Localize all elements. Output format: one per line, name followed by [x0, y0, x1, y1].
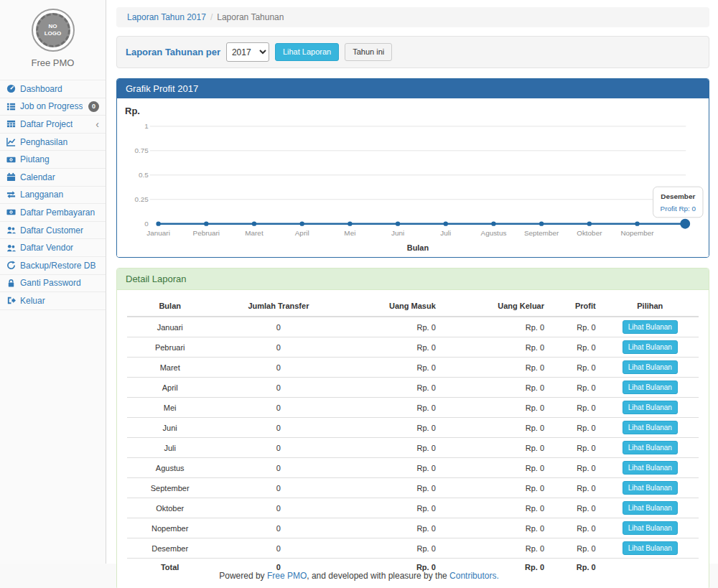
lihat-bulanan-button[interactable]: Lihat Bulanan [623, 441, 678, 454]
footer-text-mid: , and developed with pleasure by the [307, 571, 447, 581]
svg-text:Bulan: Bulan [407, 243, 429, 252]
svg-text:0.5: 0.5 [139, 171, 149, 179]
lihat-laporan-button[interactable]: Lihat Laporan [275, 43, 339, 61]
sidebar-item-label: Daftar Pembayaran [20, 207, 95, 218]
sidebar-item-daftar-customer[interactable]: Daftar Customer [0, 222, 106, 240]
dashboard-icon [6, 84, 16, 93]
sidebar-item-daftar-vendor[interactable]: Daftar Vendor [0, 239, 106, 257]
breadcrumb: Laporan Tahun 2017/Laporan Tahunan [116, 7, 709, 27]
lihat-bulanan-button[interactable]: Lihat Bulanan [623, 461, 678, 475]
svg-text:0: 0 [144, 220, 149, 228]
sidebar-item-keluar[interactable]: Keluar [0, 292, 106, 310]
sidebar-item-daftar-pembayaran[interactable]: Daftar Pembayaran [0, 204, 106, 222]
total-empty-cell [602, 559, 699, 576]
table-row: Mei0Rp. 0Rp. 0Rp. 0Lihat Bulanan [127, 398, 699, 418]
cell-uang-keluar: Rp. 0 [442, 538, 550, 559]
year-select[interactable]: 2017 [226, 42, 269, 62]
cell-uang-masuk: Rp. 0 [344, 337, 441, 358]
lihat-bulanan-button[interactable]: Lihat Bulanan [623, 381, 678, 394]
cell-profit: Rp. 0 [550, 378, 602, 398]
cell-jumlah-transfer: 0 [213, 538, 344, 559]
cell-profit: Rp. 0 [550, 358, 602, 378]
cell-uang-keluar: Rp. 0 [442, 478, 550, 498]
lihat-bulanan-button[interactable]: Lihat Bulanan [623, 401, 678, 414]
table-row: Juli0Rp. 0Rp. 0Rp. 0Lihat Bulanan [127, 438, 699, 458]
cell-uang-masuk: Rp. 0 [344, 518, 441, 538]
lihat-bulanan-button[interactable]: Lihat Bulanan [623, 541, 678, 555]
lihat-bulanan-button[interactable]: Lihat Bulanan [623, 340, 678, 354]
money-icon [6, 207, 16, 217]
svg-text:Juni: Juni [391, 229, 404, 237]
lihat-bulanan-button[interactable]: Lihat Bulanan [623, 360, 678, 374]
cell-bulan: Agustus [127, 458, 213, 478]
cell-bulan: Maret [127, 358, 213, 378]
sidebar-item-daftar-project[interactable]: Daftar Project ‹ [0, 116, 106, 134]
sidebar-item-label: Keluar [20, 296, 45, 306]
cell-pilihan: Lihat Bulanan [602, 378, 699, 398]
calendar-icon [6, 172, 16, 182]
job-count-badge: 0 [88, 101, 99, 112]
sidebar-item-label: Penghasilan [20, 137, 67, 147]
table-row: Maret0Rp. 0Rp. 0Rp. 0Lihat Bulanan [127, 358, 699, 378]
svg-text:Maret: Maret [245, 229, 264, 237]
sidebar-item-label: Calendar [20, 172, 55, 182]
cell-profit: Rp. 0 [550, 458, 602, 478]
line-chart-icon [6, 137, 16, 146]
sidebar-item-piutang[interactable]: Piutang [0, 151, 106, 169]
cell-uang-keluar: Rp. 0 [442, 458, 550, 478]
cell-pilihan: Lihat Bulanan [602, 458, 699, 478]
svg-text:Pebruari: Pebruari [193, 229, 220, 237]
column-header-pilihan: Pilihan [602, 296, 699, 317]
sidebar-nav: Dashboard Job on Progress 0 Daftar Proje… [0, 80, 106, 310]
report-table-head: Bulan Jumlah Transfer Uang Masuk Uang Ke… [127, 296, 699, 317]
profit-chart-panel: Grafik Profit 2017 Rp. 00.250.50.751Janu… [116, 78, 709, 258]
table-row: Desember0Rp. 0Rp. 0Rp. 0Lihat Bulanan [127, 538, 699, 559]
breadcrumb-separator: / [210, 12, 213, 22]
cell-uang-keluar: Rp. 0 [442, 317, 550, 337]
cell-jumlah-transfer: 0 [213, 438, 344, 458]
cell-profit: Rp. 0 [550, 438, 602, 458]
cell-profit: Rp. 0 [550, 478, 602, 498]
tahun-ini-button[interactable]: Tahun ini [345, 43, 392, 61]
cell-profit: Rp. 0 [550, 337, 602, 358]
cell-bulan: Juli [127, 438, 213, 458]
sidebar-item-penghasilan[interactable]: Penghasilan [0, 134, 106, 151]
column-header-profit: Profit [550, 296, 602, 317]
lihat-bulanan-button[interactable]: Lihat Bulanan [623, 501, 678, 515]
cell-pilihan: Lihat Bulanan [602, 418, 699, 438]
sidebar-item-dashboard[interactable]: Dashboard [0, 80, 106, 98]
sidebar-item-ganti-password[interactable]: Ganti Password [0, 275, 106, 293]
cell-uang-masuk: Rp. 0 [344, 478, 441, 498]
logo-seal: NO LOGO [32, 9, 75, 52]
cell-profit: Rp. 0 [550, 317, 602, 337]
sidebar-item-backup-restore-db[interactable]: Backup/Restore DB [0, 257, 106, 275]
lihat-bulanan-button[interactable]: Lihat Bulanan [623, 521, 678, 535]
cell-jumlah-transfer: 0 [213, 478, 344, 498]
lihat-bulanan-button[interactable]: Lihat Bulanan [623, 481, 678, 495]
svg-text:0.75: 0.75 [134, 146, 149, 154]
brand-name: Free PMO [0, 57, 106, 68]
lihat-bulanan-button[interactable]: Lihat Bulanan [623, 421, 678, 434]
cell-bulan: Oktober [127, 498, 213, 518]
cell-pilihan: Lihat Bulanan [602, 337, 699, 358]
cell-bulan: Nopember [127, 518, 213, 538]
cell-pilihan: Lihat Bulanan [602, 518, 699, 538]
svg-text:April: April [295, 229, 309, 237]
table-row: September0Rp. 0Rp. 0Rp. 0Lihat Bulanan [127, 478, 699, 498]
footer-link-contributors[interactable]: Contributors. [449, 571, 499, 581]
cell-uang-masuk: Rp. 0 [344, 398, 441, 418]
breadcrumb-current: Laporan Tahunan [217, 12, 284, 22]
sidebar-item-calendar[interactable]: Calendar [0, 169, 106, 187]
cell-pilihan: Lihat Bulanan [602, 317, 699, 337]
sidebar-item-langganan[interactable]: Langganan [0, 187, 106, 205]
cell-jumlah-transfer: 0 [213, 337, 344, 358]
cell-jumlah-transfer: 0 [213, 398, 344, 418]
cell-uang-keluar: Rp. 0 [442, 398, 550, 418]
cell-jumlah-transfer: 0 [213, 498, 344, 518]
breadcrumb-link-laporan-tahun[interactable]: Laporan Tahun 2017 [127, 12, 206, 22]
svg-text:0.25: 0.25 [134, 195, 149, 203]
lihat-bulanan-button[interactable]: Lihat Bulanan [623, 320, 678, 334]
sidebar-item-job-on-progress[interactable]: Job on Progress 0 [0, 98, 106, 116]
footer-link-free-pmo[interactable]: Free PMO [267, 571, 307, 581]
retweet-icon [6, 190, 16, 200]
